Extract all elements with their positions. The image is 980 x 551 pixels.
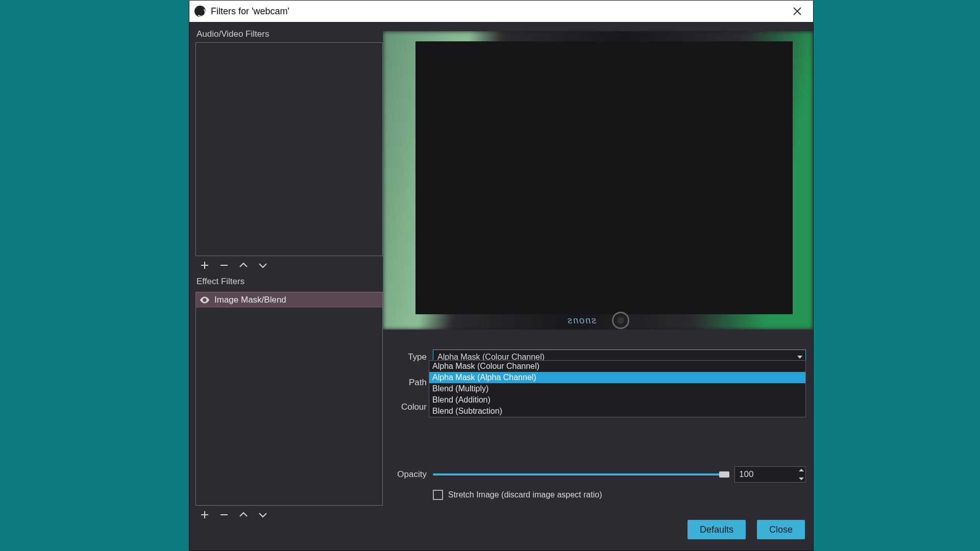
spin-down-icon[interactable]	[799, 478, 804, 480]
dialog-buttons: Defaults Close	[688, 520, 805, 539]
effect-filter-item[interactable]: Image Mask/Blend	[196, 292, 382, 308]
opacity-value: 100	[739, 469, 753, 480]
camera-ring-icon	[612, 312, 629, 329]
type-option[interactable]: Alpha Mask (Alpha Channel)	[429, 372, 805, 383]
preview-bottom-text: snons	[567, 315, 596, 326]
defaults-button[interactable]: Defaults	[688, 520, 746, 539]
spin-up-icon[interactable]	[799, 469, 804, 471]
type-dropdown[interactable]: Alpha Mask (Colour Channel)Alpha Mask (A…	[429, 360, 806, 417]
filters-dialog: Filters for 'webcam' Audio/Video Filters	[189, 0, 814, 551]
opacity-slider[interactable]	[433, 473, 729, 475]
right-pane: snons Type Alpha Mask (Colour Channel) A…	[383, 22, 813, 550]
dialog-content: Audio/Video Filters Effect Filters	[189, 22, 813, 550]
obs-logo-icon	[194, 6, 206, 17]
type-label: Type	[387, 352, 428, 362]
move-up-icon[interactable]	[237, 259, 250, 271]
stretch-checkbox[interactable]	[433, 490, 443, 500]
stretch-label: Stretch Image (discard image aspect rati…	[448, 490, 602, 499]
opacity-spinbox[interactable]: 100	[734, 466, 806, 483]
opacity-row: Opacity 100	[387, 466, 806, 483]
type-option[interactable]: Blend (Subtraction)	[429, 406, 805, 417]
titlebar: Filters for 'webcam'	[189, 1, 813, 22]
close-button[interactable]: Close	[757, 520, 805, 539]
move-down-icon[interactable]	[257, 509, 269, 521]
chevron-down-icon	[797, 356, 802, 359]
filter-properties: Type Alpha Mask (Colour Channel) Alpha M…	[383, 330, 813, 500]
effect-filters-label: Effect Filters	[195, 274, 383, 290]
av-filters-toolbar	[195, 256, 383, 274]
av-filters-label: Audio/Video Filters	[195, 27, 383, 42]
effect-filters-list[interactable]: Image Mask/Blend	[195, 292, 383, 506]
av-filters-list[interactable]	[195, 42, 383, 256]
window-close-button[interactable]	[785, 1, 810, 22]
move-up-icon[interactable]	[237, 509, 250, 521]
preview-area: snons	[383, 31, 813, 330]
add-icon[interactable]	[199, 259, 211, 271]
move-down-icon[interactable]	[257, 259, 269, 271]
left-pane: Audio/Video Filters Effect Filters	[189, 22, 383, 550]
preview-mask-overlay	[415, 41, 793, 314]
preview-bottom-strip: snons	[383, 311, 813, 330]
type-option[interactable]: Alpha Mask (Colour Channel)	[429, 361, 805, 372]
visibility-icon[interactable]	[199, 294, 210, 306]
remove-icon[interactable]	[218, 259, 230, 271]
type-option[interactable]: Blend (Addition)	[429, 394, 805, 406]
add-icon[interactable]	[199, 509, 211, 521]
svg-point-0	[204, 299, 206, 301]
type-option[interactable]: Blend (Multiply)	[429, 383, 805, 394]
effect-filters-toolbar	[195, 506, 383, 524]
effect-filter-name: Image Mask/Blend	[214, 295, 286, 305]
window-title: Filters for 'webcam'	[211, 6, 289, 17]
stretch-row: Stretch Image (discard image aspect rati…	[387, 490, 806, 500]
remove-icon[interactable]	[218, 509, 230, 521]
opacity-slider-thumb[interactable]	[719, 471, 729, 478]
opacity-label: Opacity	[387, 469, 428, 480]
path-label: Path	[387, 378, 428, 388]
colour-label: Colour	[387, 402, 428, 412]
